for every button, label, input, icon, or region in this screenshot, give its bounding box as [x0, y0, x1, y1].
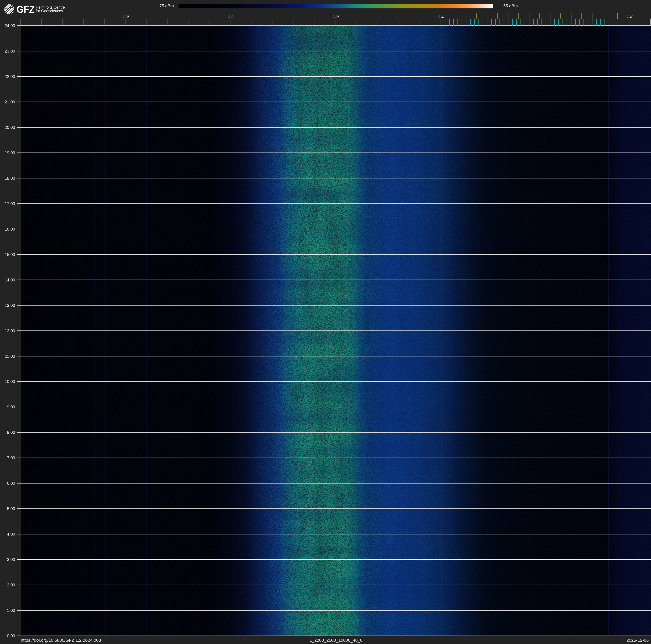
svg-text:5:00: 5:00 [7, 506, 15, 511]
svg-text:2.35: 2.35 [333, 15, 339, 19]
svg-text:0:00: 0:00 [7, 634, 15, 638]
svg-text:11:00: 11:00 [5, 354, 15, 358]
svg-text:16:00: 16:00 [5, 227, 15, 231]
svg-text:18:00: 18:00 [5, 176, 15, 180]
svg-text:22:00: 22:00 [5, 74, 15, 79]
svg-text:10:00: 10:00 [5, 379, 15, 384]
svg-text:12:00: 12:00 [5, 328, 15, 333]
svg-text:-55 dBm: -55 dBm [502, 4, 518, 8]
svg-text:19:00: 19:00 [5, 150, 15, 155]
svg-text:2.3: 2.3 [228, 15, 234, 19]
svg-text:https://doi.org/10.5880/GFZ.1.: https://doi.org/10.5880/GFZ.1.2.2024.003 [21, 638, 101, 643]
svg-text:4:00: 4:00 [7, 532, 15, 536]
svg-text:2025-12-06: 2025-12-06 [626, 638, 649, 643]
svg-text:for Geosciences: for Geosciences [36, 9, 63, 13]
svg-text:2:00: 2:00 [7, 583, 15, 587]
svg-text:13:00: 13:00 [5, 303, 15, 308]
svg-text:-75 dBm: -75 dBm [158, 4, 174, 8]
svg-text:24:00: 24:00 [5, 23, 15, 28]
svg-text:20:00: 20:00 [5, 125, 15, 130]
svg-text:17:00: 17:00 [5, 201, 15, 206]
svg-text:1:00: 1:00 [7, 608, 15, 613]
svg-text:21:00: 21:00 [5, 99, 15, 104]
svg-text:15:00: 15:00 [5, 252, 15, 257]
svg-text:2.4: 2.4 [438, 15, 443, 19]
svg-text:1_2200_2500_10000_40_0: 1_2200_2500_10000_40_0 [310, 638, 363, 643]
svg-text:2.25: 2.25 [122, 15, 129, 19]
svg-text:2.49: 2.49 [627, 15, 633, 19]
svg-text:14:00: 14:00 [5, 277, 15, 282]
svg-text:23:00: 23:00 [5, 49, 15, 53]
svg-text:GFZ: GFZ [17, 4, 35, 15]
svg-text:3:00: 3:00 [7, 557, 15, 562]
svg-text:8:00: 8:00 [7, 430, 15, 435]
svg-text:9:00: 9:00 [7, 405, 15, 409]
svg-text:6:00: 6:00 [7, 481, 15, 486]
svg-text:7:00: 7:00 [7, 456, 15, 460]
